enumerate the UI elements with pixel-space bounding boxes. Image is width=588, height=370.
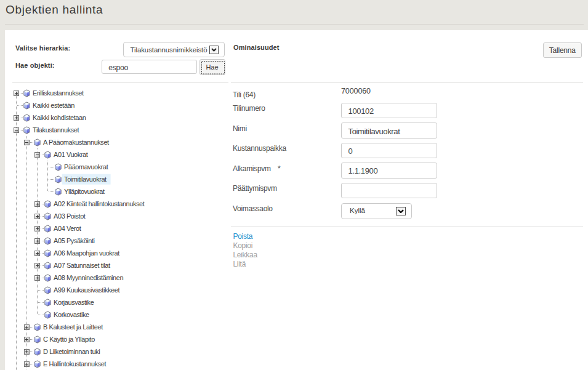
svg-text:D Liiketoiminnan tuki: D Liiketoiminnan tuki: [43, 348, 100, 355]
svg-text:A03 Poistot: A03 Poistot: [54, 212, 86, 220]
svg-text:A08 Myynninedistäminen: A08 Myynninedistäminen: [54, 274, 123, 281]
svg-text:Tilakustannukset: Tilakustannukset: [33, 126, 79, 134]
svg-text:A05 Pysäköinti: A05 Pysäköinti: [54, 237, 94, 244]
svg-text:A06 Maapohjan vuokrat: A06 Maapohjan vuokrat: [54, 249, 119, 257]
svg-text:C Käyttö ja Ylläpito: C Käyttö ja Ylläpito: [43, 336, 95, 343]
svg-text:A Pääomakustannukset: A Pääomakustannukset: [43, 139, 109, 146]
svg-text:A02 Kiinteät hallintokustannuk: A02 Kiinteät hallintokustannukset: [54, 200, 145, 207]
svg-text:A07 Satunnaiset tilat: A07 Satunnaiset tilat: [54, 262, 110, 269]
svg-text:E Hallintokustannukset: E Hallintokustannukset: [43, 360, 106, 368]
svg-text:Erilliskustannukset: Erilliskustannukset: [33, 89, 84, 97]
svg-text:Korjausvastike: Korjausvastike: [54, 299, 94, 306]
svg-text:A99 Kuukausivastikkeet: A99 Kuukausivastikkeet: [54, 286, 119, 294]
svg-text:A01 Vuokrat: A01 Vuokrat: [54, 151, 88, 158]
svg-text:Korkovastike: Korkovastike: [54, 311, 89, 318]
svg-text:Ylläpitovuokrat: Ylläpitovuokrat: [64, 188, 105, 195]
svg-text:B Kalusteet ja Laitteet: B Kalusteet ja Laitteet: [43, 323, 103, 331]
svg-text:Toimitilavuokrat: Toimitilavuokrat: [64, 175, 107, 183]
svg-text:Pääomavuokrat: Pääomavuokrat: [64, 163, 108, 171]
svg-text:Kaikki kohdistetaan: Kaikki kohdistetaan: [33, 114, 86, 121]
svg-text:Kaikki estetään: Kaikki estetään: [33, 102, 75, 109]
svg-text:A04 Verot: A04 Verot: [54, 225, 81, 232]
